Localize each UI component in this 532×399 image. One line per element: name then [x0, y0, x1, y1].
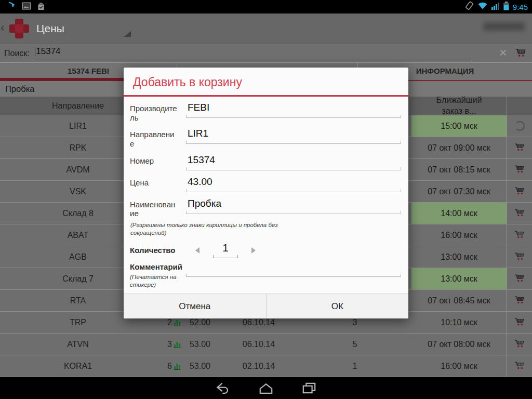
add-to-cart-cell[interactable]	[507, 268, 532, 289]
app-logo-icon[interactable]	[8, 18, 30, 39]
add-to-cart-cell[interactable]	[507, 312, 532, 333]
cart-icon[interactable]	[514, 207, 525, 220]
field-input[interactable]: 43.00	[186, 176, 401, 192]
nearest-order-cell: 07 окт 09:00 мск	[411, 137, 507, 158]
field-value: Пробка	[186, 198, 401, 211]
cart-column-header	[507, 97, 532, 115]
table-row: ATVN 3 53.00 06.10.14 5 07 окт 08:00 мск	[0, 334, 532, 355]
direction-cell[interactable]: ATVN	[0, 334, 156, 355]
nav-home-icon[interactable]	[257, 380, 275, 396]
ok-button[interactable]: ОК	[266, 294, 409, 318]
add-to-cart-cell[interactable]	[507, 159, 532, 180]
field-input[interactable]: Пробка	[186, 198, 401, 214]
availability-count: 3	[167, 340, 172, 349]
field-label: Производитель	[130, 102, 178, 122]
field-input[interactable]: LIR1	[186, 128, 401, 144]
quantity-increment-icon[interactable]	[251, 247, 256, 254]
wifi-icon	[477, 2, 488, 12]
nearest-order-cell: 14:00 мск	[411, 203, 507, 224]
dialog-field: Номер 15374	[130, 154, 401, 170]
nav-back-icon[interactable]	[214, 380, 232, 396]
app-screen: 9:45 ‹ Цены Поиск: 15374 × 15374 FEBI ИН…	[0, 0, 532, 399]
nearest-order-cell: 16:00 мск	[411, 224, 507, 246]
cart-icon[interactable]	[514, 360, 525, 373]
add-to-cart-cell[interactable]	[507, 181, 532, 202]
quantity-value[interactable]: 1	[213, 242, 238, 255]
nearest-order-cell: 13:00 мск	[411, 268, 507, 289]
add-to-cart-cell[interactable]	[507, 224, 532, 246]
price-cell: 53.00	[181, 334, 219, 355]
stock-chart-icon	[174, 341, 181, 348]
cancel-button[interactable]: Отмена	[124, 294, 266, 318]
loading-spinner-icon	[515, 121, 525, 131]
page-title[interactable]: Цены	[36, 22, 64, 35]
quantity-decrement-icon[interactable]	[195, 247, 200, 254]
cart-icon[interactable]	[514, 250, 525, 264]
cart-icon[interactable]	[514, 141, 525, 155]
date-cell: 06.10.14	[219, 334, 298, 355]
cart-toolbar-icon[interactable]	[513, 46, 528, 61]
field-value: FEBI	[186, 102, 401, 115]
search-value: 15374	[36, 46, 60, 57]
user-account-label-blurred	[483, 22, 525, 31]
nearest-order-header: Ближайший заказ в...	[411, 97, 507, 115]
field-input[interactable]: 15374	[186, 154, 401, 170]
dialog-buttons: Отмена ОК	[124, 294, 408, 318]
nearest-order-cell: 15:00 мск	[411, 115, 507, 137]
back-chevron-icon[interactable]: ‹	[0, 21, 5, 36]
availability-cell: 3	[156, 334, 181, 355]
status-bar-system: 9:45	[464, 1, 532, 13]
signal-icon	[491, 2, 500, 12]
nearest-order-cell: 07 окт 07:30 мск	[411, 181, 507, 202]
dialog-title: Добавить в корзину	[124, 68, 408, 95]
quantity-label: Количество	[130, 246, 178, 255]
add-to-cart-cell[interactable]	[507, 203, 532, 224]
nearest-order-cell: 16:00 мск	[411, 355, 507, 377]
cart-icon[interactable]	[514, 338, 525, 351]
title-dropdown-caret-icon[interactable]	[124, 31, 131, 37]
add-to-cart-cell[interactable]	[507, 246, 532, 268]
screenshot-icon	[22, 2, 31, 12]
comment-label: Комментарий	[130, 261, 182, 271]
field-label: Номер	[130, 154, 178, 166]
nav-recents-icon[interactable]	[300, 380, 318, 396]
android-nav-bar	[0, 377, 532, 399]
nearest-order-cell: 07 окт 08:45 мск	[411, 290, 507, 311]
field-value: LIR1	[186, 128, 401, 141]
text-cursor	[35, 47, 36, 57]
dialog-field: Цена 43.00	[130, 176, 401, 192]
add-to-cart-cell[interactable]	[507, 355, 532, 377]
field-value: 43.00	[186, 176, 401, 189]
availability-count: 2	[167, 318, 172, 327]
availability-cell: 6	[156, 355, 181, 377]
shopping-bag-check-icon	[37, 2, 45, 12]
add-to-cart-cell[interactable]	[507, 334, 532, 355]
add-to-cart-cell[interactable]	[507, 137, 532, 158]
dialog-field: Наименование Пробка	[130, 198, 401, 218]
part-name: Пробка	[5, 84, 34, 94]
comment-row: Комментарий (Печатается на стикере)	[130, 262, 401, 289]
search-bar: Поиск: 15374 ×	[0, 44, 532, 62]
add-to-cart-cell[interactable]	[507, 115, 532, 137]
nearest-order-cell: 10:10 мск	[411, 312, 507, 333]
cart-icon[interactable]	[514, 316, 525, 329]
cart-icon[interactable]	[514, 163, 525, 177]
field-input[interactable]: FEBI	[186, 102, 401, 118]
vibrate-icon	[464, 1, 474, 13]
quantity-stepper[interactable]: 1	[213, 242, 238, 258]
add-to-cart-cell[interactable]	[507, 290, 532, 311]
cart-icon[interactable]	[514, 229, 525, 242]
cart-icon[interactable]	[514, 294, 525, 308]
table-row: KORA1 6 53.00 02.10.14 1 16:00 мск	[0, 355, 532, 377]
dialog-fields: Производитель FEBI Направление LIR1 Номе…	[130, 102, 401, 237]
clear-search-icon[interactable]: ×	[496, 46, 513, 61]
cart-icon[interactable]	[514, 272, 525, 286]
call-forward-icon	[7, 2, 16, 12]
comment-input[interactable]	[186, 262, 401, 277]
field-value: 15374	[186, 154, 401, 167]
direction-cell[interactable]: KORA1	[0, 355, 156, 377]
cart-icon[interactable]	[514, 185, 525, 198]
stock-chart-icon	[174, 319, 181, 326]
field-hint: (Разрешены только знаки кириллицы и проб…	[130, 221, 286, 237]
search-input[interactable]: 15374	[34, 46, 491, 61]
